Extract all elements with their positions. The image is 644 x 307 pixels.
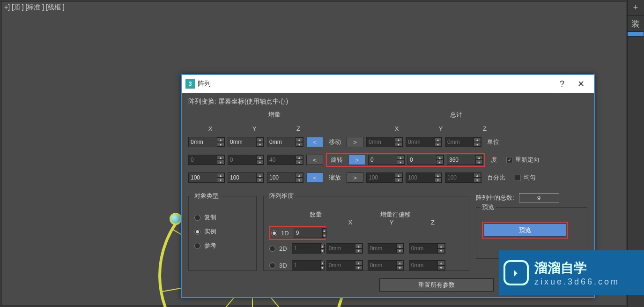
scale-tot-x[interactable]: ▲▼ (366, 172, 403, 183)
radio-3d[interactable]: 3D (269, 258, 287, 272)
dialog-title: 阵列 (198, 80, 553, 88)
titlebar[interactable]: 3 阵列 ? ✕ (182, 75, 594, 93)
viewport-label[interactable]: +] [顶 ] [标准 ] [线框 ] (4, 3, 65, 12)
count-2d[interactable]: ▲▼ (292, 243, 322, 254)
total-in-array-label: 阵列中的总数: (476, 194, 514, 202)
axis-x-inc: X (192, 125, 229, 132)
axis-x-tot: X (378, 125, 415, 132)
radio-1d[interactable]: 1D (271, 230, 289, 237)
rotate-tot-y[interactable]: ▲▼ (407, 155, 444, 165)
scale-inc-x[interactable]: ▲▼ (188, 172, 225, 183)
dim-x-head: X (332, 219, 369, 226)
transform-title: 阵列变换: 屏幕坐标(使用轴点中心) (188, 97, 587, 106)
dim-z-head: Z (415, 219, 451, 226)
rotate-unit: 度 (491, 156, 497, 164)
object-type-group: 对象类型 复制 实例 参考 (188, 196, 257, 271)
reset-button[interactable]: 重置所有参数 (379, 278, 494, 292)
watermark: ⏵ 溜溜自学 zixue.3d66.com (499, 250, 644, 295)
count-head: 数量 (300, 210, 331, 219)
axis-z-tot: Z (466, 125, 503, 132)
dimension-legend: 阵列维度 (267, 192, 296, 200)
uniform-checkbox[interactable]: 均匀 (515, 173, 536, 182)
watermark-sub: zixue.3d66.com (534, 277, 620, 287)
offset-3d-z[interactable]: ▲▼ (409, 260, 445, 270)
offset-head: 增量行偏移 (351, 210, 440, 219)
scale-label: 缩放 (326, 173, 344, 182)
dim-y-head: Y (373, 219, 410, 226)
scale-unit: 百分比 (487, 173, 505, 182)
rotate-inc-z[interactable]: ▲▼ (267, 155, 303, 165)
move-tot-x[interactable]: ▲▼ (366, 137, 403, 147)
object-type-legend: 对象类型 (192, 192, 221, 200)
axis-y-inc: Y (236, 125, 273, 132)
close-button[interactable]: ✕ (571, 79, 590, 89)
panel-icon-plus[interactable]: + (628, 0, 644, 16)
move-tot-y[interactable]: ▲▼ (406, 137, 442, 147)
offset-3d-x[interactable]: ▲▼ (326, 260, 363, 270)
total-in-array-value: 9 (519, 193, 559, 202)
axis-y-tot: Y (422, 125, 459, 132)
count-1d[interactable]: ▲▼ (294, 228, 324, 238)
app-icon: 3 (185, 79, 195, 89)
move-left-arrow[interactable]: < (306, 137, 323, 147)
move-inc-x[interactable]: ▲▼ (188, 137, 225, 147)
help-button[interactable]: ? (553, 79, 571, 89)
move-label: 移动 (326, 138, 344, 146)
offset-3d-y[interactable]: ▲▼ (368, 260, 404, 270)
axis-z-inc: Z (280, 125, 317, 132)
scale-tot-y[interactable]: ▲▼ (406, 172, 442, 183)
move-unit: 单位 (487, 138, 499, 146)
offset-2d-z[interactable]: ▲▼ (409, 243, 445, 254)
scale-tot-z[interactable]: ▲▼ (445, 172, 481, 183)
array-dimension-group: 阵列维度 数量 增量行偏移 X Y Z 1D ▲▼ 2D (263, 196, 469, 271)
move-tot-z[interactable]: ▲▼ (445, 137, 481, 147)
play-icon: ⏵ (503, 260, 529, 285)
totals-head: 总计 (437, 111, 475, 119)
offset-2d-x[interactable]: ▲▼ (326, 243, 363, 254)
move-right-arrow[interactable]: > (347, 137, 363, 147)
increment-head: 增量 (237, 111, 312, 119)
offset-2d-y[interactable]: ▲▼ (368, 243, 404, 254)
count-3d[interactable]: ▲▼ (292, 260, 322, 270)
panel-label-2[interactable]: 装 (628, 16, 644, 32)
reorient-checkbox[interactable]: ✓重新定向 (506, 156, 540, 164)
move-inc-z[interactable]: ▲▼ (267, 137, 303, 147)
radio-reference[interactable]: 参考 (194, 239, 251, 253)
panel-divider (628, 32, 644, 37)
move-inc-y[interactable]: ▲▼ (228, 137, 264, 147)
scale-inc-z[interactable]: ▲▼ (267, 172, 303, 183)
rotate-right-arrow[interactable]: > (348, 155, 365, 165)
rotate-tot-z[interactable]: ▲▼ (447, 155, 483, 165)
radio-2d[interactable]: 2D (269, 241, 287, 255)
watermark-title: 溜溜自学 (534, 259, 620, 277)
rotate-label: 旋转 (328, 156, 346, 164)
preview-button[interactable]: 预览 (484, 224, 566, 237)
rotate-left-arrow[interactable]: < (306, 155, 323, 165)
rotate-tot-x[interactable]: ▲▼ (368, 155, 405, 165)
preview-legend: 预览 (480, 203, 496, 211)
rotate-inc-y[interactable]: ▲▼ (228, 155, 264, 165)
scale-right-arrow[interactable]: > (347, 172, 363, 183)
rotate-inc-x[interactable]: ▲▼ (188, 155, 225, 165)
scale-left-arrow[interactable]: < (306, 172, 323, 183)
radio-instance[interactable]: 实例 (194, 225, 251, 239)
radio-copy[interactable]: 复制 (194, 210, 251, 225)
scale-inc-y[interactable]: ▲▼ (228, 172, 264, 183)
